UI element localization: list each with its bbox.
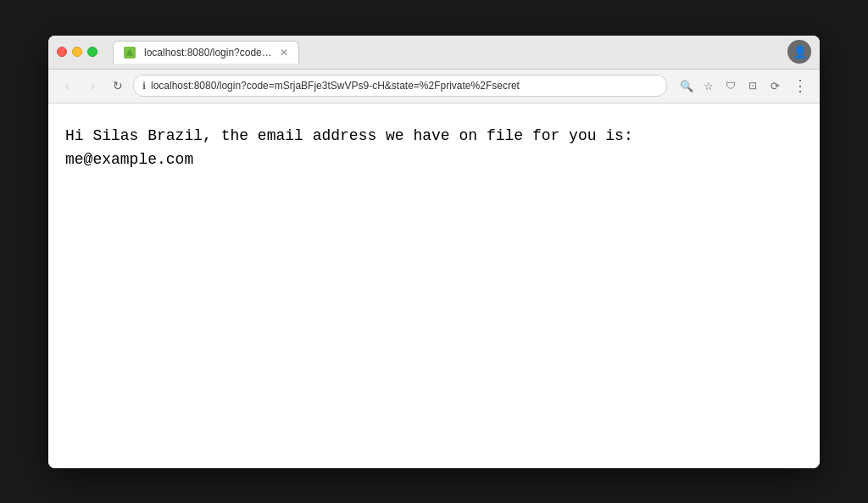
- reload-button[interactable]: ↻: [108, 75, 128, 96]
- profile-avatar-icon: 👤: [793, 45, 807, 59]
- url-text: localhost:8080/login?code=mSrjaBFje3tSwV…: [151, 80, 520, 92]
- close-button[interactable]: [57, 47, 67, 57]
- minimize-button[interactable]: [72, 47, 82, 57]
- back-button[interactable]: ‹: [57, 75, 77, 96]
- tab-title: localhost:8080/login?code=m…: [144, 47, 275, 59]
- maximize-button[interactable]: [87, 47, 97, 57]
- more-menu-button[interactable]: ⋮: [789, 76, 811, 95]
- sync-icon: ⟳: [771, 80, 780, 92]
- traffic-lights: [57, 47, 97, 57]
- tab-favicon: [124, 47, 136, 59]
- profile-icon[interactable]: 👤: [787, 40, 811, 64]
- reload-icon: ↻: [113, 79, 123, 92]
- search-button[interactable]: 🔍: [677, 76, 696, 95]
- page-content: Hi Silas Brazil, the email address we ha…: [48, 103, 820, 468]
- message-line1: Hi Silas Brazil, the email address we ha…: [65, 127, 633, 144]
- title-bar: localhost:8080/login?code=m… ✕ 👤: [48, 36, 820, 70]
- message-line2: me@example.com: [65, 151, 193, 168]
- address-bar: ‹ › ↻ ℹ localhost:8080/login?code=mSrjaB…: [48, 70, 820, 103]
- search-icon: 🔍: [680, 80, 693, 92]
- tab-area: localhost:8080/login?code=m… ✕: [113, 41, 787, 64]
- cast-icon: ⊡: [748, 80, 757, 92]
- more-icon: ⋮: [793, 77, 808, 94]
- url-actions: 🔍 ☆ 🛡 ⊡ ⟳: [677, 76, 784, 95]
- url-bar[interactable]: ℹ localhost:8080/login?code=mSrjaBFje3tS…: [133, 75, 667, 97]
- sync-button[interactable]: ⟳: [765, 76, 784, 95]
- forward-button[interactable]: ›: [82, 75, 103, 96]
- active-tab[interactable]: localhost:8080/login?code=m… ✕: [113, 41, 299, 64]
- page-message: Hi Silas Brazil, the email address we ha…: [65, 124, 803, 173]
- forward-icon: ›: [91, 79, 95, 92]
- back-icon: ‹: [65, 79, 70, 92]
- shield-button[interactable]: 🛡: [721, 76, 740, 95]
- tab-close-button[interactable]: ✕: [280, 47, 288, 59]
- url-host: localhost:8080: [151, 80, 216, 92]
- cast-button[interactable]: ⊡: [743, 76, 762, 95]
- star-icon: ☆: [704, 80, 714, 92]
- shield-icon: 🛡: [726, 80, 736, 92]
- url-path: /login?code=mSrjaBFje3tSwVPs9-cH&state=%…: [216, 80, 520, 92]
- browser-window: localhost:8080/login?code=m… ✕ 👤 ‹ › ↻ ℹ…: [48, 36, 820, 468]
- lock-icon: ℹ: [142, 81, 146, 92]
- bookmark-button[interactable]: ☆: [699, 76, 718, 95]
